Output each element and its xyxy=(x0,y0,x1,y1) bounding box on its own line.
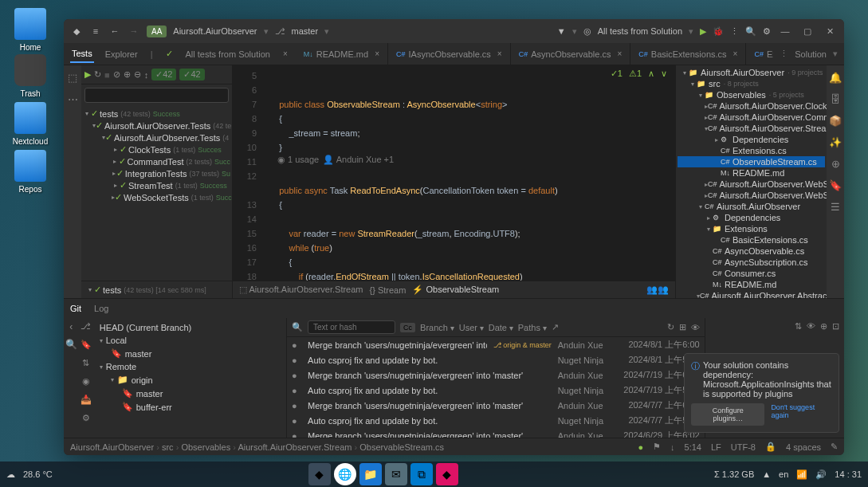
clock[interactable]: 14 : 31 xyxy=(835,469,862,479)
project-name[interactable]: Aiursoft.AiurObserver xyxy=(173,26,257,36)
sb-lock-icon[interactable]: 🔒 xyxy=(765,442,776,452)
details-expand-icon[interactable]: ⊕ xyxy=(820,321,827,332)
solution-node[interactable]: ▾📁src· 8 projects xyxy=(678,78,825,89)
git-tab[interactable]: Git xyxy=(70,304,81,313)
paths-reset-icon[interactable]: ↗ xyxy=(552,322,559,332)
desktop-icon-trash[interactable]: Trash xyxy=(6,54,54,98)
sb-path-segment[interactable]: Aiursoft.AiurObserver xyxy=(70,442,154,452)
filter-passed-icon[interactable]: ⊘ xyxy=(113,69,120,80)
inspection-warn-icon[interactable]: ⚠1 xyxy=(629,69,642,79)
file-tab[interactable]: C#BasicExtensions.cs× xyxy=(630,43,746,65)
dont-suggest-link[interactable]: Don't suggest again xyxy=(771,403,832,426)
git-branch-node[interactable]: ▾Remote xyxy=(96,360,283,373)
details-more-icon[interactable]: ⊡ xyxy=(832,321,839,332)
solution-node[interactable]: C#AsyncSubscription.cs xyxy=(678,257,825,268)
file-tab[interactable]: C#Extensions.cs× xyxy=(746,43,773,65)
solution-node[interactable]: ▾📁Extensions xyxy=(678,223,825,234)
project-badge[interactable]: AA xyxy=(147,26,167,37)
file-tab[interactable]: C#AsyncObservable.cs× xyxy=(511,43,631,65)
solution-dropdown[interactable]: Solution xyxy=(795,49,827,59)
test-node[interactable]: ▾✓Aiursoft.AiurObserver.Tests(42 te xyxy=(83,120,230,132)
vscode-icon[interactable]: ⧉ xyxy=(410,463,433,485)
tray-icon-1[interactable]: ▲ xyxy=(762,469,771,479)
maximize-button[interactable]: ▢ xyxy=(799,26,815,37)
test-node[interactable]: ▸✓CommandTest(2 tests)Succ xyxy=(83,155,230,167)
weather-icon[interactable]: ☁ xyxy=(6,469,15,480)
test-node[interactable]: ▾✓tests(42 tests)Success xyxy=(83,108,230,120)
details-eye-icon[interactable]: 👁 xyxy=(807,321,815,332)
close-tab-icon[interactable]: × xyxy=(375,49,379,58)
avatars-icon[interactable]: 👥👥 xyxy=(646,285,669,295)
commit-search-input[interactable] xyxy=(308,320,395,334)
more-tools-icon[interactable]: ⋯ xyxy=(68,93,78,105)
git-settings-icon[interactable]: ⚙ xyxy=(82,413,90,423)
run-tests-icon[interactable]: ▶ xyxy=(84,69,91,80)
code-editor[interactable]: public class ObservableStream : AsyncObs… xyxy=(263,65,675,281)
rider-icon[interactable]: ◆ xyxy=(436,463,458,485)
sb-path-segment[interactable]: ObservableStream.cs xyxy=(359,442,444,452)
sb-path-segment[interactable]: src xyxy=(162,442,174,452)
chrome-icon[interactable]: 🌐 xyxy=(334,463,356,485)
all-tests-label[interactable]: All tests from Solution xyxy=(184,46,272,62)
nav-fwd-icon[interactable]: → xyxy=(128,25,140,37)
solution-node[interactable]: ▸C#Aiursoft.AiurObserver.WebSocket.Ser xyxy=(678,190,825,201)
run-config[interactable]: All tests from Solution xyxy=(598,26,682,36)
tab-more-icon[interactable]: ⋮ xyxy=(780,49,788,59)
branch-filter[interactable]: Branch ▾ xyxy=(420,323,454,332)
rerun-icon[interactable]: ↻ xyxy=(94,69,101,80)
sb-position[interactable]: 5:14 xyxy=(685,442,701,452)
usage-hint[interactable]: ◉ 1 usage 👤 Anduin Xue +1 xyxy=(277,155,394,165)
git-compare-icon[interactable]: ⇅ xyxy=(82,358,89,368)
solution-node[interactable]: C#AsyncObservable.cs xyxy=(678,245,825,257)
file-tab[interactable]: M↓README.md× xyxy=(296,43,388,65)
git-tag-icon[interactable]: 🔖 xyxy=(81,340,92,350)
test-node[interactable]: ▸✓ClockTests(1 test)Succes xyxy=(83,143,230,155)
sb-path[interactable]: Aiursoft.AiurObserver › src › Observable… xyxy=(70,442,444,452)
paths-filter[interactable]: Paths ▾ xyxy=(518,323,547,332)
sb-line-ending[interactable]: LF xyxy=(711,442,721,452)
solution-node[interactable]: ▾C#Aiursoft.AiurObserver.Abstractions xyxy=(678,290,825,298)
minimize-button[interactable]: — xyxy=(777,26,793,37)
solution-node[interactable]: C#ObservableStream.cs xyxy=(678,156,825,167)
commit-row[interactable]: ●Auto csproj fix and update by bot.Nuget… xyxy=(287,413,705,428)
endpoints-icon[interactable]: ⊕ xyxy=(831,158,840,170)
git-branch-node[interactable]: HEAD (Current Branch) xyxy=(96,321,283,334)
sb-flag-icon[interactable]: ⚑ xyxy=(653,442,661,452)
hamburger-icon[interactable]: ≡ xyxy=(89,25,102,37)
expand-icon[interactable]: ⊕ xyxy=(124,69,131,80)
tests-tab[interactable]: Tests xyxy=(70,45,94,63)
close-tab-icon[interactable]: × xyxy=(617,49,622,58)
notifications-icon[interactable]: 🔔 xyxy=(829,72,842,84)
inspection-up-icon[interactable]: ∧ xyxy=(648,69,654,79)
solution-node[interactable]: ▾📁Aiursoft.AiurObserver· 9 projects xyxy=(678,67,825,78)
ai-icon[interactable]: ✨ xyxy=(829,136,842,148)
todo-icon[interactable]: ☰ xyxy=(831,201,840,213)
date-filter[interactable]: Date ▾ xyxy=(489,323,513,332)
nuget-icon[interactable]: 📦 xyxy=(829,115,842,127)
sb-path-segment[interactable]: Aiursoft.AiurObserver.Stream xyxy=(238,442,352,452)
solution-node[interactable]: ▸C#Aiursoft.AiurObserver.Command xyxy=(678,112,825,123)
commit-eye-icon[interactable]: 👁 xyxy=(691,323,700,332)
git-branch-icon[interactable]: ⎇ xyxy=(81,321,91,332)
desktop-icon-repos[interactable]: Repos xyxy=(6,150,54,194)
solution-node[interactable]: ▾C#Aiursoft.AiurObserver xyxy=(678,201,825,212)
debug-icon[interactable]: 🐞 xyxy=(713,26,724,37)
solution-node[interactable]: ▾📁Observables· 5 projects xyxy=(678,89,825,100)
git-search-icon[interactable]: 🔍 xyxy=(65,339,77,350)
app-launcher-icon[interactable]: ◆ xyxy=(308,463,331,485)
branch-name[interactable]: master xyxy=(292,26,319,36)
solution-node[interactable]: ▸⚙Dependencies xyxy=(678,134,825,145)
sb-indent[interactable]: 4 spaces xyxy=(786,442,821,452)
git-branch-node[interactable]: ▾Local xyxy=(96,334,283,347)
bookmarks-icon[interactable]: 🔖 xyxy=(829,179,842,191)
git-branch-node[interactable]: 🔖master xyxy=(96,387,283,400)
git-cherry-icon[interactable]: ◉ xyxy=(82,376,90,387)
refresh-commits-icon[interactable]: ↻ xyxy=(667,322,674,332)
sb-readonly-icon[interactable]: ✎ xyxy=(831,442,838,452)
sb-encoding[interactable]: UTF-8 xyxy=(731,442,756,452)
solution-node[interactable]: C#Extensions.cs xyxy=(678,145,825,156)
sb-build-ok-icon[interactable]: ● xyxy=(638,442,643,452)
tray-wifi-icon[interactable]: 📶 xyxy=(796,469,807,480)
memory-widget[interactable]: Σ 1.32 GB xyxy=(714,469,754,479)
git-branch-node[interactable]: 🔖master xyxy=(96,347,283,360)
